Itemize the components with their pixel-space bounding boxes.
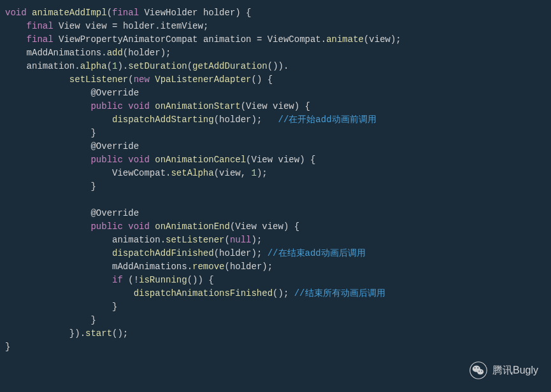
method-name: animateAddImpl <box>32 8 107 18</box>
comment: //在结束add动画后调用 <box>268 248 366 258</box>
svg-point-2 <box>477 369 483 375</box>
svg-point-3 <box>475 367 476 368</box>
watermark: 腾讯Bugly <box>469 361 538 379</box>
svg-point-6 <box>481 370 482 372</box>
keyword: void <box>5 8 27 18</box>
svg-point-4 <box>477 367 478 368</box>
code-block: void animateAddImpl(final ViewHolder hol… <box>5 6 546 354</box>
wechat-icon <box>469 361 487 379</box>
comment: //在开始add动画前调用 <box>278 115 376 125</box>
watermark-text: 腾讯Bugly <box>492 363 538 378</box>
comment: //结束所有动画后调用 <box>294 288 385 298</box>
svg-point-5 <box>478 370 480 372</box>
